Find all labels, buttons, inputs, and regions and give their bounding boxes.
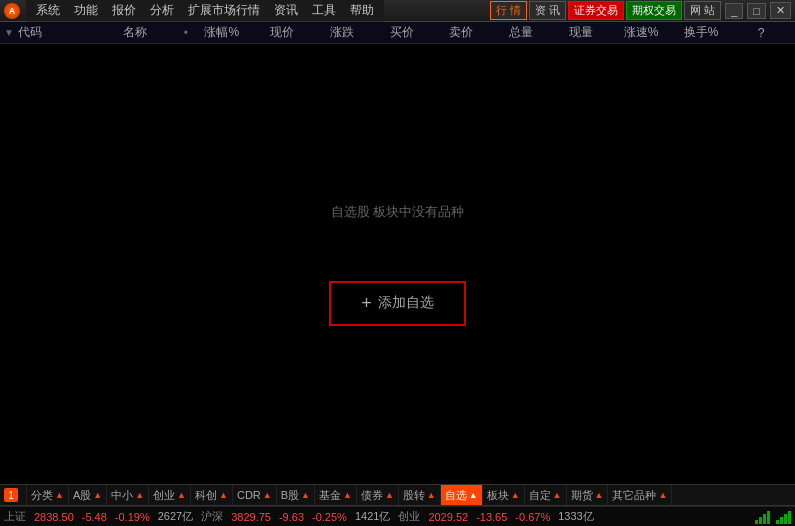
main-area: 自选股 板块中没有品种 + 添加自选 <box>0 44 795 484</box>
tab-category-label: 分类 <box>31 488 53 503</box>
btn-options-trade[interactable]: 期权交易 <box>626 1 682 20</box>
tab-category[interactable]: 分类 ▲ <box>27 485 69 505</box>
tab-medium-small[interactable]: 中小 ▲ <box>107 485 149 505</box>
title-right: 行 情 资 讯 证券交易 期权交易 网 站 _ □ ✕ <box>490 1 791 20</box>
btn-securities-trade[interactable]: 证券交易 <box>568 1 624 20</box>
bar-4 <box>767 511 770 524</box>
tab-futures[interactable]: 期货 ▲ <box>567 485 609 505</box>
tab-number: 1 <box>4 488 18 502</box>
tab-cdr-label: CDR <box>237 489 261 501</box>
menu-system[interactable]: 系统 <box>30 0 66 21</box>
col-turnover[interactable]: 换手% <box>671 24 731 41</box>
bar2-3 <box>784 514 787 524</box>
menu-extended[interactable]: 扩展市场行情 <box>182 0 266 21</box>
tab-category-arrow: ▲ <box>55 490 64 500</box>
tab-sector[interactable]: 板块 ▲ <box>483 485 525 505</box>
status-bar: 上证 2838.50 -5.48 -0.19% 2627亿 沪深 3829.75… <box>0 506 795 526</box>
tab-sector-arrow: ▲ <box>511 490 520 500</box>
bar-2 <box>759 517 762 524</box>
col-dot: • <box>184 26 188 40</box>
col-question[interactable]: ? <box>731 26 791 40</box>
col-total-vol[interactable]: 总量 <box>491 24 551 41</box>
menu-info[interactable]: 资讯 <box>268 0 304 21</box>
tab-futures-label: 期货 <box>571 488 593 503</box>
status-shenzhen-value: 3829.75 <box>231 511 271 523</box>
col-change[interactable]: 涨跌 <box>312 24 372 41</box>
signal-bars <box>755 510 770 524</box>
add-watchlist-button[interactable]: + 添加自选 <box>329 281 466 326</box>
col-cur-vol[interactable]: 现量 <box>551 24 611 41</box>
tab-funds[interactable]: 基金 ▲ <box>315 485 357 505</box>
tab-funds-label: 基金 <box>319 488 341 503</box>
tab-futures-arrow: ▲ <box>595 490 604 500</box>
col-name[interactable]: 名称 <box>90 24 180 41</box>
tab-medium-small-arrow: ▲ <box>135 490 144 500</box>
tab-stock-transfer-arrow: ▲ <box>427 490 436 500</box>
tab-chinext-arrow: ▲ <box>177 490 186 500</box>
status-shenzhen-pct: -0.25% <box>312 511 347 523</box>
tab-b-shares-label: B股 <box>281 488 299 503</box>
bar-1 <box>755 520 758 524</box>
tab-custom-label: 自定 <box>529 488 551 503</box>
title-bar: A 系统 功能 报价 分析 扩展市场行情 资讯 工具 帮助 行 情 资 讯 证券… <box>0 0 795 22</box>
col-pct-change[interactable]: 涨幅% <box>192 24 252 41</box>
status-shanghai-vol: 2627亿 <box>158 509 193 524</box>
tab-b-shares-arrow: ▲ <box>301 490 310 500</box>
bar2-2 <box>780 517 783 524</box>
status-shenzhen-change: -9.63 <box>279 511 304 523</box>
tab-funds-arrow: ▲ <box>343 490 352 500</box>
tab-other[interactable]: 其它品种 ▲ <box>608 485 672 505</box>
tab-star[interactable]: 科创 ▲ <box>191 485 233 505</box>
tab-cdr-arrow: ▲ <box>263 490 272 500</box>
signal-bars-2 <box>776 510 791 524</box>
tab-custom-arrow: ▲ <box>553 490 562 500</box>
tab-watchlist-arrow: ▲ <box>469 490 478 500</box>
tab-b-shares[interactable]: B股 ▲ <box>277 485 315 505</box>
btn-website[interactable]: 网 站 <box>684 1 721 20</box>
column-header: ▼ 代码 名称 • 涨幅% 现价 涨跌 买价 卖价 总量 现量 涨速% 换手% … <box>0 22 795 44</box>
status-chinext-change: -13.65 <box>476 511 507 523</box>
status-shanghai-label: 上证 <box>4 509 26 524</box>
col-ask[interactable]: 卖价 <box>432 24 492 41</box>
tab-star-arrow: ▲ <box>219 490 228 500</box>
app-window: A 系统 功能 报价 分析 扩展市场行情 资讯 工具 帮助 行 情 资 讯 证券… <box>0 0 795 526</box>
tab-chinext-label: 创业 <box>153 488 175 503</box>
close-btn[interactable]: ✕ <box>770 2 791 19</box>
col-speed[interactable]: 涨速% <box>611 24 671 41</box>
status-shanghai-change: -5.48 <box>82 511 107 523</box>
tab-custom[interactable]: 自定 ▲ <box>525 485 567 505</box>
tab-medium-small-label: 中小 <box>111 488 133 503</box>
empty-message: 自选股 板块中没有品种 <box>331 203 465 221</box>
tab-indicator: 1 <box>0 485 27 505</box>
menu-bar: 系统 功能 报价 分析 扩展市场行情 资讯 工具 帮助 <box>26 0 384 22</box>
menu-quote[interactable]: 报价 <box>106 0 142 21</box>
title-left: A 系统 功能 报价 分析 扩展市场行情 资讯 工具 帮助 <box>4 0 384 22</box>
status-chinext-value: 2029.52 <box>428 511 468 523</box>
tab-cdr[interactable]: CDR ▲ <box>233 485 277 505</box>
status-chinext-vol: 1333亿 <box>558 509 593 524</box>
col-bid[interactable]: 买价 <box>372 24 432 41</box>
status-shanghai-pct: -0.19% <box>115 511 150 523</box>
tab-bonds[interactable]: 债券 ▲ <box>357 485 399 505</box>
maximize-btn[interactable]: □ <box>747 3 766 19</box>
tab-watchlist[interactable]: 自选 ▲ <box>441 485 483 505</box>
menu-help[interactable]: 帮助 <box>344 0 380 21</box>
btn-market[interactable]: 行 情 <box>490 1 527 20</box>
tab-a-shares[interactable]: A股 ▲ <box>69 485 107 505</box>
tab-other-label: 其它品种 <box>612 488 656 503</box>
add-btn-label: 添加自选 <box>378 294 434 312</box>
col-code[interactable]: 代码 <box>18 24 90 41</box>
minimize-btn[interactable]: _ <box>725 3 743 19</box>
menu-function[interactable]: 功能 <box>68 0 104 21</box>
tab-stock-transfer[interactable]: 股转 ▲ <box>399 485 441 505</box>
col-sort-arrow: ▼ <box>4 27 14 38</box>
menu-tools[interactable]: 工具 <box>306 0 342 21</box>
col-price[interactable]: 现价 <box>252 24 312 41</box>
tab-stock-transfer-label: 股转 <box>403 488 425 503</box>
btn-news[interactable]: 资 讯 <box>529 1 566 20</box>
tab-sector-label: 板块 <box>487 488 509 503</box>
status-shenzhen-vol: 1421亿 <box>355 509 390 524</box>
menu-analysis[interactable]: 分析 <box>144 0 180 21</box>
status-shanghai-value: 2838.50 <box>34 511 74 523</box>
tab-chinext[interactable]: 创业 ▲ <box>149 485 191 505</box>
